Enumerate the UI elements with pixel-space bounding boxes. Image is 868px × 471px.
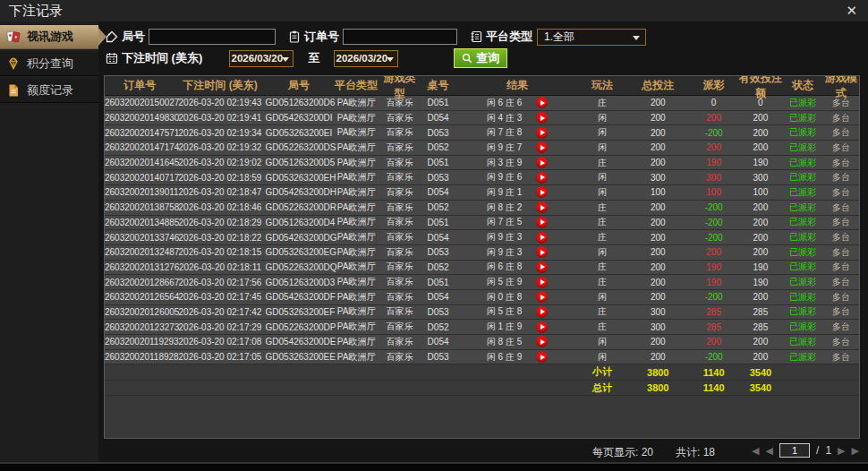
column-header: 玩法: [578, 78, 627, 93]
gem-icon: [6, 56, 21, 71]
result-text: 闲 7 庄 8: [487, 126, 522, 139]
order-number-input[interactable]: [343, 29, 457, 45]
cell-table-number: D052: [419, 262, 456, 272]
query-button[interactable]: 查询: [454, 48, 507, 68]
play-video-icon[interactable]: [536, 291, 548, 303]
page-title: 下注记录: [9, 3, 63, 20]
cell-result: 闲 9 庄 3: [457, 246, 578, 259]
result-text: 闲 6 庄 6: [487, 97, 522, 109]
cell-table-number: D051: [419, 98, 456, 107]
cell-play-type: 庄: [578, 261, 627, 273]
cell-bet-time: 2026-03-20 02:17:42: [174, 307, 265, 317]
cell-play-type: 闲: [578, 291, 627, 304]
sidebar-item-video-games[interactable]: 视讯游戏: [0, 25, 98, 49]
cell-platform: PA欧洲厅: [333, 97, 380, 109]
cell-round-number: GD053263200EE: [266, 352, 333, 362]
cell-result: 闲 1 庄 9: [457, 321, 578, 333]
cell-play-type: 庄: [578, 216, 627, 228]
cell-round-number: GD053263200EH: [266, 173, 333, 183]
play-video-icon[interactable]: [536, 277, 548, 288]
last-page-icon[interactable]: ▶: [852, 445, 859, 457]
first-page-icon[interactable]: ◀: [752, 445, 759, 457]
play-video-icon[interactable]: [536, 97, 548, 108]
cell-platform: PA欧洲厅: [333, 261, 380, 273]
column-header: 总投注: [626, 78, 689, 93]
cell-bet-time: 2026-03-20 02:19:02: [174, 158, 265, 167]
cell-platform: PA欧洲厅: [333, 112, 380, 124]
cell-platform: PA欧洲厅: [333, 141, 380, 154]
play-video-icon[interactable]: [536, 127, 548, 139]
play-video-icon[interactable]: [536, 217, 548, 228]
cell-result: 闲 7 庄 8: [457, 126, 578, 139]
cell-bet-time: 2026-03-20 02:17:45: [174, 292, 265, 302]
cell-play-type: 闲: [578, 126, 627, 139]
play-video-icon[interactable]: [536, 112, 548, 124]
cell-total-bet: 200: [626, 128, 689, 138]
cell-total-bet: 200: [626, 218, 689, 227]
cell-order-number: 260320020123273: [105, 322, 174, 332]
cell-platform: PA欧洲厅: [333, 351, 380, 364]
cell-game-type: 百家乐: [380, 126, 420, 139]
result-text: 闲 4 庄 3: [487, 112, 522, 124]
date-from-picker[interactable]: 2026/03/20: [229, 50, 294, 67]
cell-result: 闲 6 庄 6: [457, 97, 578, 109]
subtotal-row-label: 小计: [578, 365, 627, 379]
cell-valid-bet: 200: [738, 202, 783, 212]
cell-result: 闲 0 庄 8: [457, 291, 578, 304]
dialog-panel: 下注记录 ✕ 视讯游戏 积分查询: [0, 0, 868, 464]
play-video-icon[interactable]: [536, 246, 548, 258]
play-video-icon[interactable]: [536, 306, 548, 318]
cell-table-number: D053: [419, 173, 456, 183]
cell-bet-time: 2026-03-20 02:17:08: [174, 337, 265, 347]
play-video-icon[interactable]: [536, 172, 548, 184]
platform-type-select[interactable]: 1.全部: [537, 29, 646, 46]
play-video-icon[interactable]: [536, 261, 548, 273]
round-number-input[interactable]: [149, 29, 276, 45]
cell-total-bet: 200: [626, 233, 689, 243]
cell-table-number: D054: [419, 233, 456, 243]
next-page-icon[interactable]: ▶: [838, 445, 845, 457]
date-to-picker[interactable]: 2026/03/20: [334, 50, 398, 67]
prev-page-icon[interactable]: ◀: [766, 445, 773, 457]
table-row: 2603200201390112026-03-20 02:18:47GD0542…: [105, 185, 859, 201]
close-icon[interactable]: ✕: [846, 3, 857, 19]
order-number-label: 订单号: [304, 29, 339, 45]
cell-game-type: 百家乐: [380, 186, 420, 199]
cell-result: 闲 5 庄 9: [457, 276, 578, 288]
sidebar-item-points-query[interactable]: 积分查询: [0, 52, 98, 76]
play-video-icon[interactable]: [536, 186, 548, 198]
cell-game-type: 百家乐: [380, 291, 420, 304]
play-video-icon[interactable]: [536, 141, 548, 153]
cell-payout: 200: [689, 142, 738, 152]
cell-platform: PA欧洲厅: [333, 246, 380, 259]
cell-platform: PA欧洲厅: [333, 336, 380, 348]
cell-valid-bet: 200: [738, 113, 783, 123]
cell-result: 闲 6 庄 8: [457, 261, 578, 273]
cell-order-number: 260320020139011: [105, 187, 174, 197]
tag-icon: [106, 30, 118, 43]
cell-round-number: GD054263200DG: [266, 233, 333, 243]
play-video-icon[interactable]: [536, 336, 548, 347]
cell-bet-time: 2026-03-20 02:17:05: [174, 352, 265, 362]
column-header: 平台类型: [333, 78, 380, 93]
cell-round-number: GD052263200DR: [266, 202, 333, 212]
cell-payout: 285: [689, 307, 738, 317]
play-video-icon[interactable]: [536, 157, 548, 168]
cell-game-type: 百家乐: [380, 231, 420, 244]
table-row: 2603200201498302026-03-20 02:19:41GD0542…: [105, 111, 859, 126]
cell-valid-bet: 200: [738, 247, 783, 257]
sidebar-item-quota-records[interactable]: 额度记录: [0, 79, 98, 103]
play-video-icon[interactable]: [536, 201, 548, 213]
cell-result: 闲 9 庄 3: [457, 231, 578, 244]
cell-valid-bet: 100: [738, 187, 783, 197]
search-icon: [462, 53, 472, 64]
play-video-icon[interactable]: [536, 321, 548, 333]
play-video-icon[interactable]: [536, 232, 548, 244]
play-video-icon[interactable]: [536, 351, 548, 363]
cell-play-type: 庄: [578, 97, 627, 109]
cell-game-mode: 多台: [822, 157, 858, 169]
cell-play-type: 闲: [578, 141, 627, 154]
page-number-input[interactable]: [779, 443, 810, 458]
cell-valid-bet: 200: [738, 128, 783, 138]
cell-game-type: 百家乐: [380, 351, 420, 364]
